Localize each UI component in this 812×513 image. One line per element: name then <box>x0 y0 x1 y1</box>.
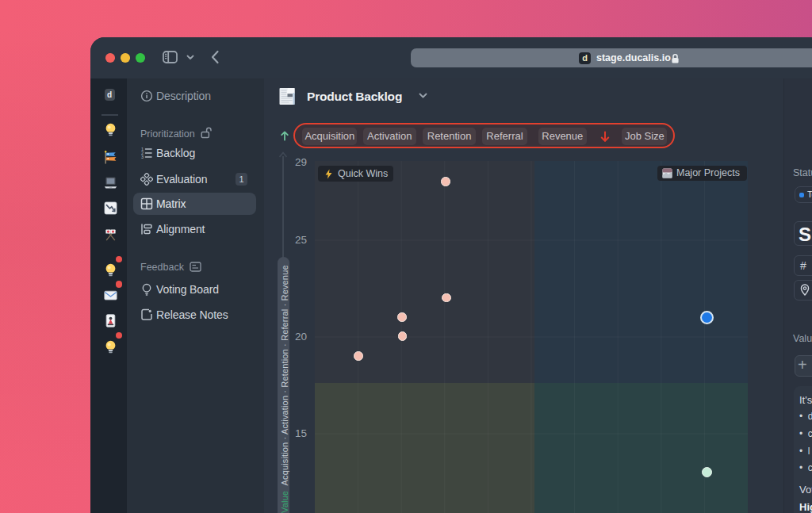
svg-text:3: 3 <box>141 155 144 159</box>
